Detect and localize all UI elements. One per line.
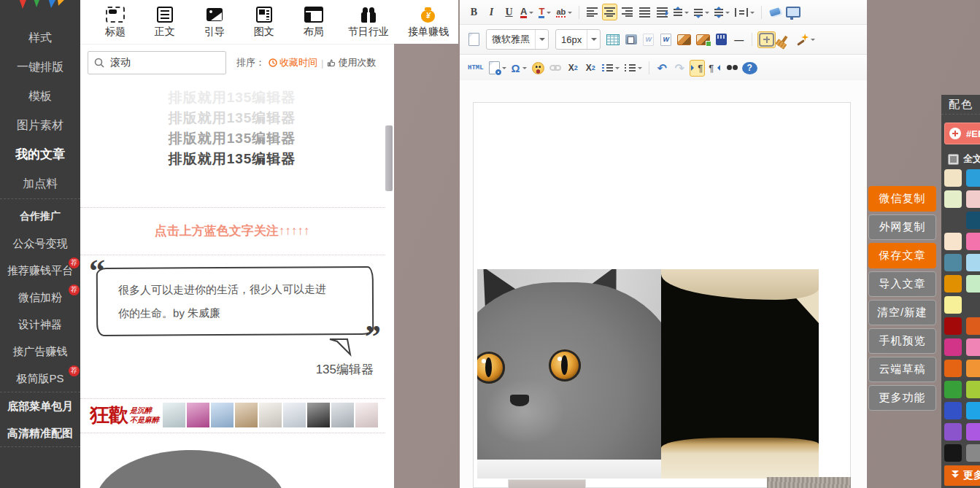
search-box[interactable] (88, 51, 226, 74)
template-item-follow[interactable]: 点击上方蓝色文字关注↑↑↑↑↑ (80, 219, 384, 244)
color-swatch[interactable] (966, 169, 980, 187)
color-swatch[interactable] (966, 423, 980, 441)
color-swatch[interactable] (944, 190, 962, 208)
paste-image-button[interactable] (623, 31, 638, 48)
sidebar-item[interactable]: 图片素材 (0, 111, 80, 140)
clear-format-button[interactable] (778, 31, 793, 48)
sidebar-item[interactable]: 微信加粉 荐 (0, 284, 80, 311)
insert-image-button[interactable] (676, 31, 692, 48)
template-item-headings[interactable]: 排版就用135编辑器 排版就用135编辑器 排版就用135编辑器 排版就用135… (80, 88, 384, 169)
sidebar-item[interactable]: 合作推广 (0, 199, 80, 230)
category-tab-guide[interactable]: 引导 (190, 5, 239, 44)
color-swatch[interactable] (966, 190, 980, 208)
action-button[interactable]: 更多功能 (868, 385, 936, 411)
template-scrollbar-thumb[interactable] (385, 125, 393, 191)
special-char-button[interactable]: Ω (510, 60, 528, 77)
color-swatch[interactable] (966, 296, 980, 314)
color-swatch[interactable] (966, 254, 980, 271)
eraser-button[interactable] (767, 4, 782, 20)
color-swatch[interactable] (966, 275, 980, 293)
align-center-button[interactable] (602, 4, 617, 20)
sort-by-favorite-time[interactable]: 收藏时间 (269, 56, 317, 69)
template-item-ellipse[interactable]: “ (95, 450, 286, 488)
color-swatch[interactable] (944, 233, 962, 250)
insert-video-button[interactable] (714, 31, 729, 48)
select-caret-icon[interactable] (587, 30, 600, 49)
color-swatch[interactable] (966, 381, 980, 398)
category-tab-layout[interactable]: 布局 (289, 5, 339, 44)
action-button[interactable]: 保存文章 (868, 243, 936, 268)
font-color-button[interactable]: A (519, 4, 535, 20)
action-button[interactable]: 云端草稿 (868, 357, 936, 382)
sidebar-item[interactable]: 高清精准配图 (0, 419, 80, 447)
letter-spacing-button[interactable] (733, 4, 756, 20)
space-above-button[interactable] (672, 4, 690, 20)
color-swatch[interactable] (944, 296, 962, 314)
cat-photo[interactable] (477, 269, 661, 479)
rtl-paragraph-button[interactable]: ¶ (707, 60, 722, 77)
insert-region-button[interactable] (757, 31, 776, 48)
indent-button[interactable] (655, 4, 670, 20)
color-swatch[interactable] (966, 402, 980, 419)
sidebar-item[interactable]: 加点料 (0, 169, 80, 199)
color-swatch[interactable] (944, 423, 962, 441)
sidebar-item[interactable]: 一键排版 (0, 53, 80, 82)
color-swatch[interactable] (944, 402, 962, 419)
sidebar-item[interactable]: 公众号变现 (0, 230, 80, 257)
ordered-list-button[interactable] (601, 60, 621, 77)
sidebar-item[interactable]: 我的文章 (0, 140, 80, 169)
paste-from-word-button[interactable]: W (641, 31, 656, 48)
document-page[interactable] (473, 102, 851, 488)
magic-format-button[interactable] (795, 31, 817, 48)
new-document-button[interactable] (466, 31, 482, 48)
color-swatch[interactable] (944, 317, 962, 335)
color-swatch[interactable] (966, 317, 980, 335)
italic-button[interactable]: I (484, 4, 499, 20)
color-swatch[interactable] (966, 338, 980, 356)
color-swatch[interactable] (944, 360, 962, 377)
category-tab-image-text[interactable]: 图文 (239, 5, 289, 44)
search-input[interactable] (109, 56, 220, 69)
insert-table-button[interactable] (605, 31, 621, 48)
category-tab-title[interactable]: 标题 (90, 5, 140, 44)
align-left-button[interactable] (584, 4, 600, 20)
html-source-button[interactable]: HTML (466, 60, 485, 77)
category-tab-festival[interactable]: 节日行业 (339, 5, 398, 44)
color-swatch[interactable] (966, 212, 980, 229)
full-text-checkbox[interactable] (948, 154, 959, 165)
highlight-color-button[interactable]: T (537, 4, 552, 20)
bold-button[interactable]: B (466, 4, 482, 20)
font-size-select[interactable]: 16px (555, 29, 601, 50)
color-swatch[interactable] (944, 169, 962, 187)
sidebar-item[interactable]: 样式 (0, 23, 80, 53)
redo-button[interactable]: ↷ (672, 60, 687, 77)
font-family-select[interactable]: 微软雅黑 (486, 29, 549, 50)
category-tab-earn-money[interactable]: 接单赚钱 (398, 5, 458, 44)
align-justify-button[interactable] (637, 4, 652, 20)
action-button[interactable]: 外网复制 (868, 214, 936, 240)
action-button[interactable]: 清空/新建 (868, 300, 936, 325)
unordered-list-button[interactable] (623, 60, 644, 77)
color-swatch[interactable] (944, 444, 962, 462)
help-button[interactable]: ? (742, 62, 757, 74)
ltr-paragraph-button[interactable]: ¶ (690, 60, 705, 77)
hyperlink-button[interactable] (548, 60, 563, 77)
horizontal-rule-button[interactable]: — (731, 31, 746, 48)
align-right-button[interactable] (620, 4, 635, 20)
sidebar-item[interactable]: 接广告赚钱 (0, 338, 80, 365)
color-swatch[interactable] (966, 233, 980, 250)
partial-photo-right[interactable] (767, 477, 851, 488)
subscript-button[interactable]: X2 (583, 60, 598, 77)
action-button[interactable]: 手机预览 (868, 328, 936, 354)
color-swatch[interactable] (944, 275, 962, 293)
sidebar-item[interactable]: 推荐赚钱平台 荐 (0, 257, 80, 284)
select-caret-icon[interactable] (535, 30, 548, 49)
sort-by-usage-count[interactable]: 使用次数 (327, 56, 376, 69)
preview-screen-button[interactable] (784, 4, 802, 20)
category-tab-body-text[interactable]: 正文 (140, 5, 190, 44)
template-item-banner[interactable]: 狂歡 是沉醉 不是麻醉 (90, 401, 380, 428)
action-button[interactable]: 导入文章 (868, 271, 936, 297)
color-swatch[interactable] (966, 360, 980, 377)
template-item-quote[interactable]: 很多人可以走进你的生活，很少人可以走进 你的生命。by 朱威廉 “ ” (90, 261, 382, 343)
insert-multi-image-button[interactable] (695, 31, 711, 48)
